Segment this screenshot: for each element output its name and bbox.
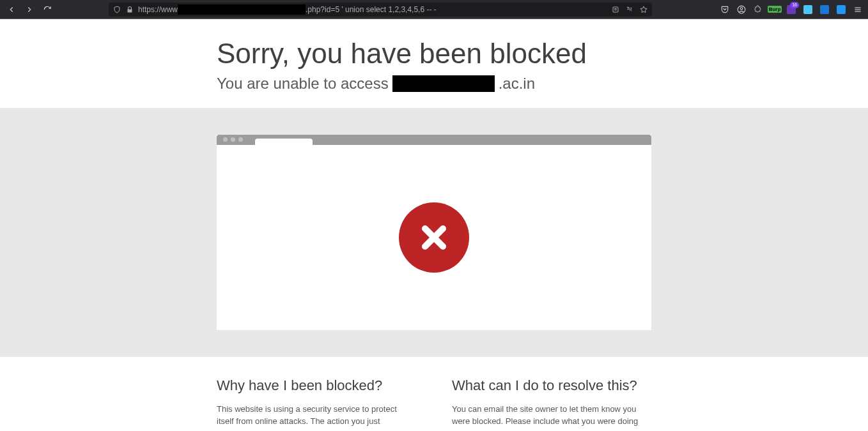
- back-button[interactable]: [5, 3, 18, 16]
- blue-extension-icon-1[interactable]: [803, 4, 813, 15]
- url-text: https://www.php?id=5 ' union select 1,2,…: [138, 4, 437, 15]
- blue-extension-icon-3[interactable]: [836, 4, 846, 15]
- browser-toolbar: https://www.php?id=5 ' union select 1,2,…: [0, 0, 868, 19]
- url-suffix: .php?id=5 ' union select 1,2,3,4,5,6 -- …: [306, 5, 437, 14]
- page-header: Sorry, you have been blocked You are una…: [0, 19, 868, 108]
- forward-button[interactable]: [23, 3, 36, 16]
- reader-mode-icon[interactable]: [611, 6, 620, 13]
- mock-body: [217, 145, 651, 330]
- burp-extension-icon[interactable]: Burp: [770, 4, 780, 15]
- subtitle-redacted: [392, 75, 495, 92]
- menu-icon[interactable]: [853, 4, 863, 15]
- window-dot: [238, 137, 243, 142]
- shield-icon: [112, 6, 121, 13]
- url-prefix: https://www: [138, 5, 178, 14]
- info-section: Why have I been blocked? This website is…: [0, 357, 868, 431]
- mock-tab: [255, 139, 313, 145]
- address-bar[interactable]: https://www.php?id=5 ' union select 1,2,…: [109, 3, 652, 17]
- window-dot: [231, 137, 235, 142]
- why-blocked-column: Why have I been blocked? This website is…: [217, 377, 416, 431]
- mock-browser-window: [217, 135, 651, 330]
- resolve-body: You can email the site owner to let them…: [452, 403, 651, 431]
- subtitle-prefix: You are unable to access: [217, 75, 389, 93]
- pocket-icon[interactable]: [720, 4, 730, 15]
- svg-point-4: [740, 7, 743, 10]
- page-subtitle: You are unable to access .ac.in: [217, 75, 651, 93]
- illustration-section: [0, 108, 868, 357]
- error-x-icon: [399, 202, 469, 273]
- translate-icon[interactable]: [625, 6, 634, 13]
- url-redacted: [178, 4, 306, 15]
- bookmark-icon[interactable]: [639, 6, 648, 13]
- subtitle-suffix: .ac.in: [499, 75, 535, 93]
- mock-titlebar: [217, 135, 651, 145]
- why-blocked-body: This website is using a security service…: [217, 403, 416, 431]
- resolve-heading: What can I do to resolve this?: [452, 377, 651, 394]
- why-blocked-heading: Why have I been blocked?: [217, 377, 416, 394]
- window-dot: [223, 137, 228, 142]
- account-icon[interactable]: [736, 4, 747, 15]
- reload-button[interactable]: [41, 3, 54, 16]
- lock-icon: [125, 6, 134, 13]
- burp-label: Burp: [768, 6, 782, 13]
- purple-extension-icon[interactable]: 16: [786, 4, 796, 15]
- resolve-column: What can I do to resolve this? You can e…: [452, 377, 651, 431]
- blue-extension-icon-2[interactable]: [819, 4, 830, 15]
- notification-badge: 16: [790, 2, 799, 8]
- page-title: Sorry, you have been blocked: [217, 37, 651, 71]
- extensions-icon[interactable]: [753, 4, 763, 15]
